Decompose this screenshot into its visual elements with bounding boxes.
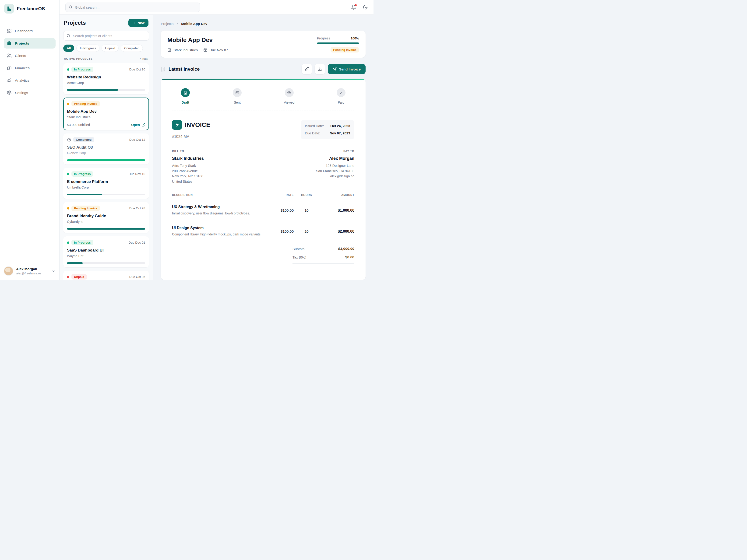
download-invoice-button[interactable] xyxy=(315,64,325,74)
sidebar-item-label: Clients xyxy=(15,54,26,58)
file-edit-icon xyxy=(181,88,190,97)
sidebar-item-label: Settings xyxy=(15,91,28,95)
active-projects-label: ACTIVE PROJECTS xyxy=(64,57,93,60)
due-date: Due Oct 12 xyxy=(129,138,145,141)
filter-unpaid[interactable]: Unpaid xyxy=(102,45,119,52)
subtotal-label: Subtotal xyxy=(292,247,305,251)
search-icon xyxy=(66,34,71,38)
status-dot xyxy=(67,69,69,71)
projects-panel: Projects New All In Progress Unpaid C xyxy=(59,15,153,280)
banknote-icon xyxy=(7,65,12,71)
bill-to-line: United States xyxy=(172,179,204,184)
status-dot xyxy=(67,207,69,210)
sidebar-item-dashboard[interactable]: Dashboard xyxy=(4,26,56,36)
project-client: Cyberdyne xyxy=(67,220,145,223)
bill-to-line: Attn: Tony Stark xyxy=(172,163,204,168)
dark-mode-toggle[interactable] xyxy=(363,5,368,10)
check-icon xyxy=(337,88,345,97)
status-dot xyxy=(67,276,69,278)
due-date: Due Dec 01 xyxy=(129,241,145,244)
project-progress-bar xyxy=(317,43,359,44)
project-card-ecommerce-platform[interactable]: In Progress Due Nov 15 E-commerce Platfo… xyxy=(63,168,149,199)
status-badge: Unpaid xyxy=(72,274,87,279)
filter-all[interactable]: All xyxy=(63,45,74,52)
latest-invoice-header: Latest Invoice Send Invoice xyxy=(161,64,365,74)
user-email: alex@freelance.os xyxy=(16,272,41,275)
progress-label: Progress xyxy=(317,36,330,40)
col-rate: RATE xyxy=(268,193,294,197)
invoice-brand: INVOICE xyxy=(185,121,210,129)
progress-bar xyxy=(67,89,145,91)
latest-invoice-title: Latest Invoice xyxy=(169,66,200,72)
sidebar-item-settings[interactable]: Settings xyxy=(4,87,56,98)
open-project-link[interactable]: Open xyxy=(131,123,145,127)
progress-bar xyxy=(67,262,145,264)
chevron-down-icon xyxy=(51,269,56,273)
due-date: Due Oct 30 xyxy=(129,68,145,71)
sidebar-item-label: Dashboard xyxy=(15,29,33,33)
sidebar-item-projects[interactable]: Projects xyxy=(4,38,56,49)
pending-invoice-badge: Pending Invoice xyxy=(331,47,359,53)
bolt-icon xyxy=(172,120,182,130)
item-hours: 20 xyxy=(294,229,319,234)
edit-invoice-button[interactable] xyxy=(302,64,312,74)
project-title: E-commerce Platform xyxy=(67,180,145,184)
sidebar-item-clients[interactable]: Clients xyxy=(4,50,56,61)
invoice-dates: Issued Date: Oct 24, 2023 Due Date: Nov … xyxy=(301,120,354,139)
panel-title: Projects xyxy=(64,20,86,26)
projects-search-input[interactable] xyxy=(63,31,149,41)
bill-to-line: New York, NY 10166 xyxy=(172,174,204,179)
item-amount: $1,000.00 xyxy=(319,208,354,213)
project-title: Brand Identity Guide xyxy=(67,214,145,218)
sidebar: FreelanceOS Dashboard Projects Clients F… xyxy=(0,0,59,280)
col-hours: HOURS xyxy=(294,193,319,197)
receipt-icon xyxy=(161,66,166,72)
new-project-button[interactable]: New xyxy=(128,19,149,27)
breadcrumb-projects[interactable]: Projects xyxy=(161,22,174,26)
progress-bar xyxy=(67,159,145,161)
project-client: Acme Corp xyxy=(67,81,145,85)
project-card-saas-dashboard[interactable]: In Progress Due Dec 01 SaaS Dashboard UI… xyxy=(63,236,149,267)
filter-in-progress[interactable]: In Progress xyxy=(76,45,99,52)
main-content: Projects Mobile App Dev Mobile App Dev S… xyxy=(153,15,374,280)
pay-to-line: 123 Designer Lane xyxy=(316,163,354,168)
due-date: Due Nov 15 xyxy=(129,172,145,176)
project-card-list: In Progress Due Oct 30 Website Redesign … xyxy=(63,63,149,280)
avatar xyxy=(4,266,13,276)
sidebar-item-finances[interactable]: Finances xyxy=(4,63,56,73)
line-items-table: DESCRIPTION RATE HOURS AMOUNT UX Strateg… xyxy=(172,193,354,242)
project-card-brand-identity[interactable]: Pending Invoice Due Oct 28 Brand Identit… xyxy=(63,202,149,233)
project-card-seo-audit[interactable]: Completed Due Oct 12 SEO Audit Q3 Globex… xyxy=(63,133,149,164)
user-profile[interactable]: Alex Morgan alex@freelance.os xyxy=(4,263,56,276)
invoice-totals: Subtotal $3,000.00 Tax (0%) $0.00 xyxy=(292,244,354,264)
step-sent: Sent xyxy=(227,88,248,104)
eye-icon xyxy=(285,88,294,97)
filter-completed[interactable]: Completed xyxy=(121,45,143,52)
send-icon xyxy=(333,67,337,71)
global-search-input[interactable] xyxy=(66,3,200,12)
status-badge: Completed xyxy=(73,137,94,142)
briefcase-icon xyxy=(7,41,12,46)
pay-to-line: alex@design.co xyxy=(316,174,354,179)
bill-to-name: Stark Industries xyxy=(172,156,204,161)
filter-chips: All In Progress Unpaid Completed xyxy=(63,45,149,52)
pay-to-block: PAY TO Alex Morgan 123 Designer Lane San… xyxy=(316,150,354,184)
gear-icon xyxy=(7,90,12,95)
notifications-button[interactable] xyxy=(351,5,356,10)
project-client: Wayne Ent. xyxy=(67,254,145,258)
send-invoice-button[interactable]: Send Invoice xyxy=(328,64,365,74)
invoice-number: #1024-MA xyxy=(172,135,210,139)
project-client: Stark Industries xyxy=(67,115,145,119)
invoice-status-steps: Draft Sent Viewed xyxy=(172,80,354,104)
item-rate: $100.00 xyxy=(268,229,294,234)
project-card-marketing-website[interactable]: Unpaid Due Oct 05 Marketing Website xyxy=(63,271,149,280)
issued-date-value: Oct 24, 2023 xyxy=(330,124,350,128)
project-card-website-redesign[interactable]: In Progress Due Oct 30 Website Redesign … xyxy=(63,63,149,94)
status-badge: In Progress xyxy=(72,67,93,72)
subtotal-value: $3,000.00 xyxy=(338,247,354,251)
project-card-mobile-app-dev[interactable]: Pending Invoice Mobile App Dev Stark Ind… xyxy=(63,98,149,130)
projects-total: 7 Total xyxy=(139,57,148,60)
status-badge: In Progress xyxy=(72,240,93,245)
sidebar-item-analytics[interactable]: Analytics xyxy=(4,75,56,86)
calendar-icon xyxy=(203,48,208,52)
